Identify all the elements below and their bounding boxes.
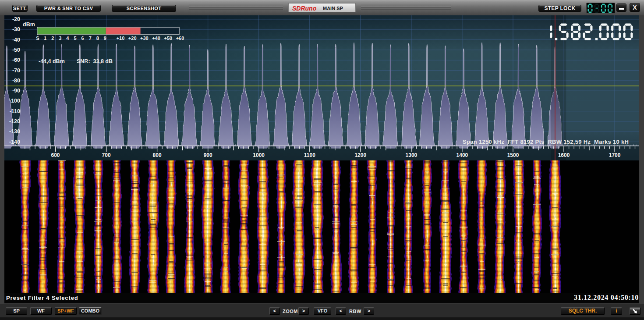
svg-text:-20: -20 — [12, 16, 20, 22]
svg-text:+50: +50 — [164, 36, 172, 41]
svg-text:SNR: 33,8 dB: SNR: 33,8 dB — [77, 58, 113, 64]
svg-text:600: 600 — [51, 152, 60, 158]
svg-text:+60: +60 — [176, 36, 184, 41]
svg-text:5: 5 — [74, 36, 76, 41]
svg-text:7: 7 — [89, 36, 92, 41]
svg-text:-120: -120 — [9, 118, 20, 124]
svg-text:-40: -40 — [12, 37, 20, 43]
svg-text:3: 3 — [59, 36, 61, 41]
svg-text:1700: 1700 — [609, 152, 621, 158]
svg-text:1200: 1200 — [354, 152, 366, 158]
svg-text:Span 1250 kHz FFT 8192 Pts R: Span 1250 kHz FFT 8192 Pts RBW 152,59 Hz… — [463, 139, 629, 145]
svg-text:-140: -140 — [9, 139, 20, 145]
svg-text:6: 6 — [81, 36, 84, 41]
svg-text:4: 4 — [66, 36, 69, 41]
svg-text:800: 800 — [153, 152, 162, 158]
svg-text:dBm: dBm — [23, 21, 35, 28]
svg-text:-80: -80 — [12, 78, 20, 84]
svg-text:1400: 1400 — [456, 152, 468, 158]
svg-text:-50: -50 — [12, 47, 20, 53]
svg-text:+40: +40 — [152, 36, 160, 41]
svg-text:-90: -90 — [12, 88, 20, 94]
svg-text:S: S — [36, 36, 39, 41]
svg-text:9: 9 — [104, 36, 106, 41]
svg-text:-70: -70 — [12, 68, 20, 74]
svg-text:-130: -130 — [9, 128, 20, 135]
svg-text:8: 8 — [96, 36, 99, 41]
svg-text:-60: -60 — [12, 57, 20, 63]
svg-text:1600: 1600 — [558, 152, 570, 158]
svg-text:-110: -110 — [10, 108, 20, 114]
svg-text:+20: +20 — [128, 36, 137, 41]
svg-text:1: 1 — [44, 36, 46, 41]
svg-text:-44,4 dBm: -44,4 dBm — [39, 58, 65, 64]
svg-text:700: 700 — [102, 152, 111, 158]
svg-text:+30: +30 — [140, 36, 149, 41]
svg-text:-30: -30 — [12, 26, 20, 32]
svg-text:1500: 1500 — [507, 152, 519, 158]
svg-text:2: 2 — [51, 36, 54, 41]
svg-text:-100: -100 — [9, 98, 20, 104]
svg-text:1300: 1300 — [406, 152, 418, 158]
svg-text:+10: +10 — [117, 36, 125, 41]
svg-text:1000: 1000 — [253, 152, 265, 158]
svg-text:900: 900 — [204, 152, 212, 158]
svg-text:1100: 1100 — [304, 152, 315, 158]
